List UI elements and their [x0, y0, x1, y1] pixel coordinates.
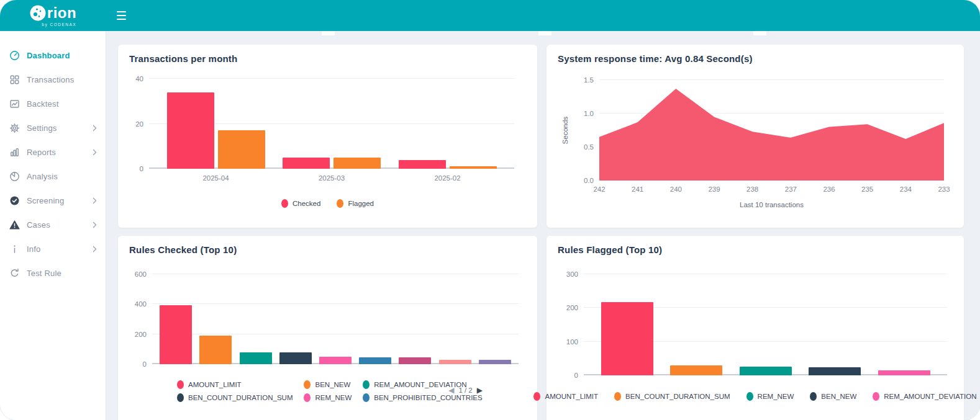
response-time-chart: 0.00.51.01.52422412402392382372362352342…	[599, 80, 944, 181]
legend-dot	[304, 393, 311, 402]
x-axis-tick-label: 233	[938, 185, 950, 193]
legend-prev-page-icon[interactable]: ◀	[448, 386, 454, 394]
legend-item-ben-new[interactable]: BEN_NEW	[810, 392, 856, 401]
chevron-right-icon	[91, 197, 98, 205]
bar	[319, 357, 352, 364]
legend-item-amount-limit[interactable]: AMOUNT_LIMIT	[533, 392, 598, 401]
x-axis-labels: 2025-042025-032025-02	[149, 174, 514, 182]
legend-label: BEN_PROHIBITED_COUNTRIES	[374, 394, 482, 401]
chart-legend: CheckedFlagged	[118, 199, 537, 208]
sidebar-item-label: Backtest	[27, 99, 98, 109]
y-axis-tick-label: 0	[574, 372, 578, 379]
grid-icon	[9, 74, 20, 85]
legend-dot	[533, 392, 540, 401]
y-axis-tick-label: 0	[140, 165, 143, 172]
legend-label: BEN_COUNT_DURATION_SUM	[188, 394, 293, 401]
gear-icon	[9, 123, 20, 133]
refresh-icon	[9, 268, 20, 279]
sidebar-item-label: Reports	[27, 148, 91, 157]
bar	[240, 352, 272, 364]
legend-dot	[281, 199, 288, 208]
gauge-icon	[9, 50, 20, 61]
sidebar-item-settings[interactable]: Settings	[0, 116, 106, 140]
check-badge-icon	[9, 195, 20, 206]
legend-dot	[873, 392, 879, 401]
y-axis-tick-label: 20	[135, 120, 143, 128]
top-header	[106, 0, 980, 31]
legend-pagination: ◀ 1 / 2 ▶	[448, 386, 483, 394]
legend-item-rem-new[interactable]: REM_NEW	[746, 392, 794, 401]
legend-item-rem-amount-deviation[interactable]: REM_AMOUNT_DEVIATION	[873, 392, 976, 401]
menu-toggle-button[interactable]	[114, 9, 129, 22]
brand-name: rion	[47, 6, 76, 20]
image-chart-icon	[9, 99, 20, 109]
bar-flagged	[218, 130, 265, 169]
legend-dot	[810, 392, 817, 401]
bar-flagged	[450, 166, 497, 169]
bar	[479, 360, 511, 364]
hamburger-icon	[117, 11, 126, 12]
chart-title: Rules Flagged (Top 10)	[558, 244, 662, 255]
bar-group-2025-04	[167, 79, 265, 169]
bars-area	[584, 274, 947, 375]
brand-logo-inner: rion by CODENAX	[30, 5, 76, 27]
y-axis-tick-label: 1.0	[584, 110, 594, 117]
legend-item-ben-prohibited-countries[interactable]: BEN_PROHIBITED_COUNTRIES	[363, 393, 482, 402]
card-rules-flagged: Rules Flagged (Top 10) 0100200300 AMOUNT…	[547, 236, 964, 420]
y-axis-tick-label: 0	[143, 360, 147, 368]
sidebar-item-backtest[interactable]: Backtest	[0, 92, 106, 116]
x-axis-tick-label: 241	[632, 185, 643, 193]
y-axis-tick-label: 200	[135, 331, 147, 338]
sidebar-item-cases[interactable]: Cases	[0, 213, 106, 237]
sidebar-item-info[interactable]: Info	[0, 237, 106, 261]
legend-next-page-icon[interactable]: ▶	[477, 386, 483, 394]
sidebar-item-label: Info	[27, 244, 91, 254]
card-system-response-time: System response time: Avg 0.84 Second(s)…	[547, 45, 964, 228]
card-transactions-per-month: Transactions per month 020402025-042025-…	[118, 45, 537, 228]
legend-label: BEN_NEW	[821, 393, 856, 400]
sidebar-item-test-rule[interactable]: Test Rule	[0, 261, 106, 285]
info-icon	[9, 244, 20, 254]
legend-label: BEN_NEW	[315, 381, 350, 388]
bar	[809, 367, 861, 375]
x-axis-tick-label: 2025-02	[399, 174, 497, 182]
x-axis-tick-label: 2025-03	[283, 174, 381, 182]
sidebar-item-transactions[interactable]: Transactions	[0, 68, 106, 92]
chevron-right-icon	[91, 148, 98, 156]
bar	[670, 365, 722, 375]
sidebar-item-reports[interactable]: Reports	[0, 140, 106, 164]
sidebar-item-dashboard[interactable]: Dashboard	[0, 43, 106, 68]
bar	[601, 302, 653, 375]
legend-item-ben-count-duration-sum[interactable]: BEN_COUNT_DURATION_SUM	[614, 392, 730, 401]
legend-item-flagged[interactable]: Flagged	[337, 199, 374, 208]
legend-item-amount-limit[interactable]: AMOUNT_LIMIT	[177, 380, 293, 389]
bar	[279, 352, 312, 364]
sidebar: DashboardTransactionsBacktestSettingsRep…	[0, 31, 106, 420]
chart-legend: AMOUNT_LIMITBEN_NEWREM_AMOUNT_DEVIATIONB…	[177, 380, 483, 402]
bar-chart-icon	[9, 147, 20, 158]
sidebar-item-label: Test Rule	[27, 269, 98, 278]
legend-label: REM_AMOUNT_DEVIATION	[884, 393, 976, 400]
brand-logo[interactable]: rion by CODENAX	[0, 0, 106, 31]
sidebar-item-analysis[interactable]: Analysis	[0, 164, 106, 189]
bar	[439, 360, 471, 364]
legend-item-rem-new[interactable]: REM_NEW	[304, 393, 352, 402]
legend-dot	[304, 380, 311, 389]
legend-item-ben-new[interactable]: BEN_NEW	[304, 380, 352, 389]
bar	[199, 336, 232, 364]
bar	[740, 367, 792, 375]
chevron-right-icon	[91, 124, 98, 132]
legend-item-ben-count-duration-sum[interactable]: BEN_COUNT_DURATION_SUM	[177, 393, 293, 402]
card-rules-checked: Rules Checked (Top 10) 0200400600 AMOUNT…	[118, 236, 537, 420]
dashboard-content: Transactions per month 020402025-042025-…	[106, 31, 980, 420]
bars-area	[152, 274, 519, 364]
sidebar-item-label: Dashboard	[27, 51, 98, 60]
x-axis-tick-label: 237	[785, 185, 797, 193]
legend-label: REM_NEW	[315, 394, 352, 401]
sidebar-item-label: Transactions	[27, 75, 98, 84]
legend-dot	[363, 393, 370, 402]
bar-checked	[399, 160, 446, 169]
legend-item-checked[interactable]: Checked	[281, 199, 320, 208]
y-axis-tick-label: 600	[135, 270, 147, 278]
sidebar-item-screening[interactable]: Screening	[0, 189, 106, 213]
